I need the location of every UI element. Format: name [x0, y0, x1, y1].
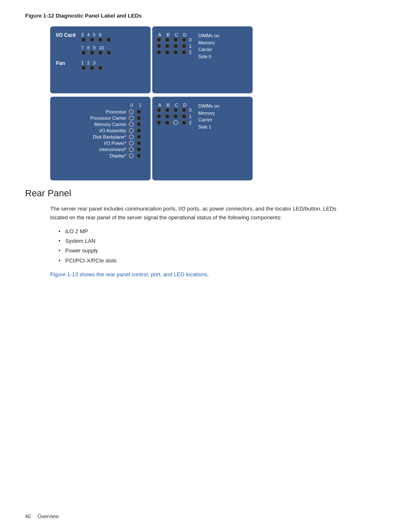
led-fan-2	[90, 65, 95, 70]
figure-link-suffix: shows the rear panel control, port, and …	[78, 271, 209, 278]
comp-interconnect: Interconnect*	[80, 147, 141, 152]
dimm-s0-r1-num: 1	[189, 44, 193, 49]
led-dimm-s1-r0-d	[182, 108, 187, 113]
led-iop-0	[129, 141, 134, 146]
dimm-s0-r0-num: 0	[189, 37, 193, 42]
dimm-s0-row1: 1	[156, 44, 193, 49]
io-row1-nums: 3 4 5 6	[81, 32, 111, 37]
comp-processor-label: Processor	[80, 109, 126, 114]
figure-link[interactable]: Figure 1-13 shows the rear panel control…	[50, 271, 374, 278]
dimm-s1-row1: 1	[156, 114, 193, 119]
io-row1-leds	[81, 37, 111, 42]
led-mc-0	[129, 122, 134, 127]
rear-panel-heading: Rear Panel	[25, 188, 374, 199]
io-card-section: I/O Card 3 4 5 6	[56, 32, 145, 56]
led-dimm-s0-r2-d	[182, 50, 187, 55]
led-fan-1	[81, 65, 86, 70]
led-dimm-s0-r1-a	[156, 44, 161, 49]
led-dimm-s1-r2-a	[156, 120, 161, 125]
bottom-right-panel: A B C D 0	[152, 97, 253, 180]
page-number: 40	[25, 514, 31, 519]
components-section: 0 1 Processor Processor Carrier Memory C…	[56, 103, 145, 159]
led-io-row2-3	[98, 50, 103, 55]
comp-disk-backplane: Disk Backplane*	[80, 134, 141, 139]
comp-mem-carrier-label: Memory Carrier	[80, 122, 126, 127]
led-io-row1-4	[106, 37, 111, 42]
led-iop-1	[136, 141, 141, 146]
fan-nums: 1 2 3	[81, 60, 103, 65]
led-io-row2-1	[81, 50, 86, 55]
led-db-1	[136, 134, 141, 139]
comp-io-assembly: I/O Assembly	[80, 128, 141, 133]
led-dimm-s0-r0-a	[156, 37, 161, 42]
dimm-side1-grid: A B C D 0	[156, 103, 193, 126]
led-dimm-s1-r1-c	[173, 114, 178, 119]
dimm-s0-r2-leds	[156, 50, 187, 55]
io-card-label-col: I/O Card	[56, 32, 81, 38]
led-dimm-s0-r2-a	[156, 50, 161, 55]
top-right-panel: A B C D 0	[152, 26, 253, 93]
led-proc-1	[136, 109, 141, 114]
led-pc-1	[136, 116, 141, 121]
fan-label: Fan	[56, 60, 65, 66]
component-col-headers: 0 1	[93, 103, 141, 108]
led-ic-1	[136, 147, 141, 152]
led-ioa-0	[129, 128, 134, 133]
led-ic-0	[129, 147, 134, 152]
led-dimm-s0-r1-d	[182, 44, 187, 49]
comp-mem-carrier: Memory Carrier	[80, 122, 141, 127]
dimm-s0-legend: DIMMs on Memory Carrier Side 0	[198, 32, 219, 60]
led-io-row1-2	[90, 37, 95, 42]
comp-display-label: Display*	[80, 153, 126, 158]
diagram-container: I/O Card 3 4 5 6	[50, 26, 268, 180]
top-left-panel: I/O Card 3 4 5 6	[50, 26, 151, 93]
bottom-left-panel: 0 1 Processor Processor Carrier Memory C…	[50, 97, 151, 180]
led-dimm-s1-r1-b	[165, 114, 170, 119]
comp-display: Display*	[80, 153, 141, 158]
led-dimm-s1-r2-b	[165, 120, 170, 125]
led-db-0	[129, 134, 134, 139]
comp-proc-carrier: Processor Carrier	[80, 116, 141, 121]
led-dimm-s0-r0-c	[173, 37, 178, 42]
led-dimm-s0-r0-d	[182, 37, 187, 42]
led-disp-0	[129, 153, 134, 158]
led-disp-1	[136, 153, 141, 158]
dimm-s0-row2: 2	[156, 50, 193, 55]
dimm-s0-r0-leds	[156, 37, 187, 42]
page-footer: 40 Overview	[25, 514, 59, 519]
io-row2-nums: 7 8 9 10	[81, 45, 111, 50]
dimm-s1-r2-num: 2	[189, 120, 193, 125]
figure-caption: Figure 1-12 Diagnostic Panel Label and L…	[25, 13, 374, 19]
led-dimm-s1-r2-d	[182, 120, 187, 125]
dimm-s1-legend: DIMMs on Memory Carrier Side 1	[198, 103, 219, 130]
bullet-pci: PCI/PCI-X/PCIe slots	[59, 256, 374, 265]
comp-io-power: I/O Power*	[80, 141, 141, 146]
led-dimm-s0-r1-b	[165, 44, 170, 49]
io-card-leds: 3 4 5 6 7 8 9 10	[81, 32, 111, 56]
io-card-label: I/O Card	[56, 32, 76, 38]
dimm-s1-row2: 2	[156, 120, 193, 125]
fan-leds	[81, 65, 103, 70]
led-proc-0	[129, 109, 134, 114]
figure-link-text: Figure 1-13	[50, 271, 78, 278]
led-dimm-s0-r2-c	[173, 50, 178, 55]
dimm-s0-row0: 0	[156, 37, 193, 42]
dimm-s1-r2-leds	[156, 120, 187, 125]
comp-io-assembly-label: I/O Assembly	[80, 128, 126, 133]
led-dimm-s0-r1-c	[173, 44, 178, 49]
bottom-panels: 0 1 Processor Processor Carrier Memory C…	[50, 95, 268, 180]
bullet-system-lan: System LAN	[59, 236, 374, 246]
dimm-s0-col-labels: A B C D	[157, 32, 193, 37]
comp-interconnect-label: Interconnect*	[80, 147, 126, 152]
fan-leds-col: 1 2 3	[81, 60, 103, 71]
led-mc-1	[136, 122, 141, 127]
comp-disk-backplane-label: Disk Backplane*	[80, 134, 126, 139]
rear-panel-text: The server rear panel includes communica…	[50, 205, 351, 222]
fan-section: Fan 1 2 3	[56, 60, 145, 71]
dimm-s1-r1-leds	[156, 114, 187, 119]
dimm-s1-col-labels: A B C D	[157, 103, 193, 108]
led-io-row2-4	[106, 50, 111, 55]
led-dimm-s1-r0-b	[165, 108, 170, 113]
led-io-row1-1	[81, 37, 86, 42]
led-dimm-s1-r0-a	[156, 108, 161, 113]
